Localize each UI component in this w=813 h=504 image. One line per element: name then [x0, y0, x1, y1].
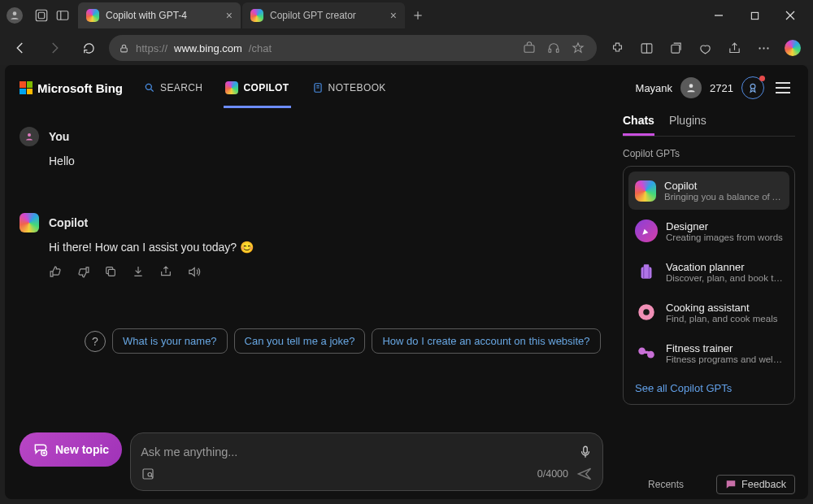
svg-rect-14: [556, 49, 559, 52]
menu-icon[interactable]: [772, 77, 793, 98]
bing-logo[interactable]: Microsoft Bing: [20, 81, 123, 95]
svg-point-28: [28, 133, 31, 137]
profile-icon[interactable]: [7, 7, 23, 24]
gpt-item-fitness[interactable]: Fitness trainerFitness programs and well…: [628, 333, 789, 372]
feedback-button[interactable]: Feedback: [716, 475, 795, 494]
feedback-label: Feedback: [741, 479, 786, 490]
lock-icon: [119, 43, 129, 54]
mic-icon[interactable]: [578, 445, 593, 459]
browser-tabs: Copilot with GPT-4 × Copilot GPT creator…: [78, 2, 429, 28]
shopping-icon[interactable]: [520, 41, 538, 54]
split-screen-icon[interactable]: [633, 34, 660, 62]
svg-point-18: [759, 47, 760, 49]
suggestion-row: ? What is your name? Can you tell me a j…: [85, 328, 616, 354]
back-button[interactable]: [7, 34, 34, 62]
gpts-section-label: Copilot GPTs: [623, 148, 795, 159]
thumbs-up-icon[interactable]: [47, 263, 63, 280]
svg-rect-12: [524, 46, 534, 53]
copy-icon[interactable]: [102, 263, 119, 280]
copilot-avatar-icon: [20, 213, 39, 232]
tab-title: Copilot GPT creator: [270, 10, 384, 21]
microsoft-logo-icon: [20, 81, 33, 94]
thumbs-down-icon[interactable]: [75, 263, 91, 280]
minimize-button[interactable]: [701, 3, 737, 28]
refresh-button[interactable]: [75, 34, 102, 62]
nav-search[interactable]: SEARCH: [142, 77, 204, 98]
gpt-desc: Bringing you a balance of AI a: [664, 192, 783, 202]
svg-rect-38: [644, 264, 650, 267]
see-all-gpts-link[interactable]: See all Copilot GPTs: [628, 374, 789, 399]
compose-row: New topic Ask me anything... 0/4000: [20, 423, 616, 499]
points-count: 2721: [710, 82, 733, 94]
heart-icon[interactable]: [691, 34, 719, 62]
copilot-favicon-icon: [86, 9, 99, 22]
gpt-name: Designer: [666, 220, 783, 232]
avatar[interactable]: [680, 77, 702, 98]
copilot-favicon-icon: [250, 9, 263, 22]
gpt-name: Vacation planner: [666, 261, 783, 273]
svg-rect-45: [644, 351, 650, 354]
svg-rect-11: [121, 47, 128, 51]
svg-point-42: [643, 309, 650, 315]
new-tab-button[interactable]: [406, 2, 429, 28]
svg-rect-8: [751, 12, 758, 19]
compose-box[interactable]: Ask me anything... 0/4000: [130, 432, 603, 491]
collections-icon[interactable]: [662, 34, 689, 62]
favorite-icon[interactable]: [569, 41, 587, 54]
browser-tab[interactable]: Copilot GPT creator ×: [242, 2, 405, 28]
gpt-item-copilot[interactable]: CopilotBringing you a balance of AI a: [628, 172, 789, 210]
url-protocol: https://: [136, 42, 167, 54]
tab-actions-icon[interactable]: [52, 5, 73, 26]
new-topic-button[interactable]: New topic: [20, 432, 122, 467]
side-tabs: Chats Plugins: [623, 111, 795, 136]
copilot-gpt-icon: [635, 180, 656, 202]
bing-header: Microsoft Bing SEARCH COPILOT NOTEBOOK M…: [5, 65, 808, 111]
chat-column: You Hello Copilot Hi there! How can I as…: [5, 111, 616, 499]
download-icon[interactable]: [130, 263, 146, 280]
suggestion-chip[interactable]: How do I create an account on this websi…: [372, 328, 600, 354]
nav-notebook-label: NOTEBOOK: [328, 82, 386, 93]
share-message-icon[interactable]: [158, 263, 174, 280]
new-topic-label: New topic: [55, 443, 109, 456]
char-counter: 0/4000: [537, 468, 568, 480]
svg-point-26: [689, 84, 693, 88]
tab-chats[interactable]: Chats: [623, 114, 654, 136]
read-aloud-icon[interactable]: [185, 263, 202, 280]
close-tab-icon[interactable]: ×: [226, 9, 233, 22]
gpt-item-designer[interactable]: DesignerCreating images from words: [628, 211, 789, 250]
svg-point-27: [750, 84, 755, 89]
question-icon: ?: [85, 331, 106, 352]
suggestion-chip[interactable]: What is your name?: [112, 328, 228, 354]
close-tab-icon[interactable]: ×: [390, 9, 397, 22]
gpt-item-vacation[interactable]: Vacation plannerDiscover, plan, and book…: [628, 252, 789, 291]
copilot-sidebar-icon[interactable]: [779, 34, 806, 62]
headphones-icon[interactable]: [545, 41, 563, 54]
send-icon[interactable]: [576, 466, 593, 482]
url-input[interactable]: https://www.bing.com/chat: [109, 35, 597, 61]
image-search-icon[interactable]: [141, 467, 155, 481]
user-area: Mayank 2721: [636, 76, 793, 99]
gpt-list: CopilotBringing you a balance of AI a De…: [623, 166, 795, 405]
maximize-button[interactable]: [737, 3, 772, 28]
workspaces-icon[interactable]: [31, 5, 52, 26]
share-icon[interactable]: [720, 34, 748, 62]
bot-label: Copilot: [49, 216, 88, 229]
nav-copilot[interactable]: COPILOT: [224, 67, 290, 108]
close-window-button[interactable]: [772, 3, 808, 28]
copilot-icon: [225, 81, 238, 94]
window-controls: [701, 3, 808, 28]
svg-point-20: [767, 47, 768, 49]
nav-notebook[interactable]: NOTEBOOK: [311, 76, 388, 99]
rewards-icon[interactable]: [741, 76, 764, 99]
gpt-item-cooking[interactable]: Cooking assistantFind, plan, and cook me…: [628, 293, 789, 332]
svg-rect-17: [671, 45, 679, 53]
gpt-name: Copilot: [664, 180, 783, 192]
svg-rect-1: [36, 10, 47, 21]
browser-tab-active[interactable]: Copilot with GPT-4 ×: [78, 2, 241, 28]
bing-logo-text: Microsoft Bing: [37, 81, 123, 95]
more-icon[interactable]: [750, 34, 777, 62]
extensions-icon[interactable]: [603, 34, 631, 62]
suggestion-chip[interactable]: Can you tell me a joke?: [234, 328, 366, 354]
address-bar: https://www.bing.com/chat: [0, 31, 813, 65]
tab-plugins[interactable]: Plugins: [669, 114, 706, 136]
